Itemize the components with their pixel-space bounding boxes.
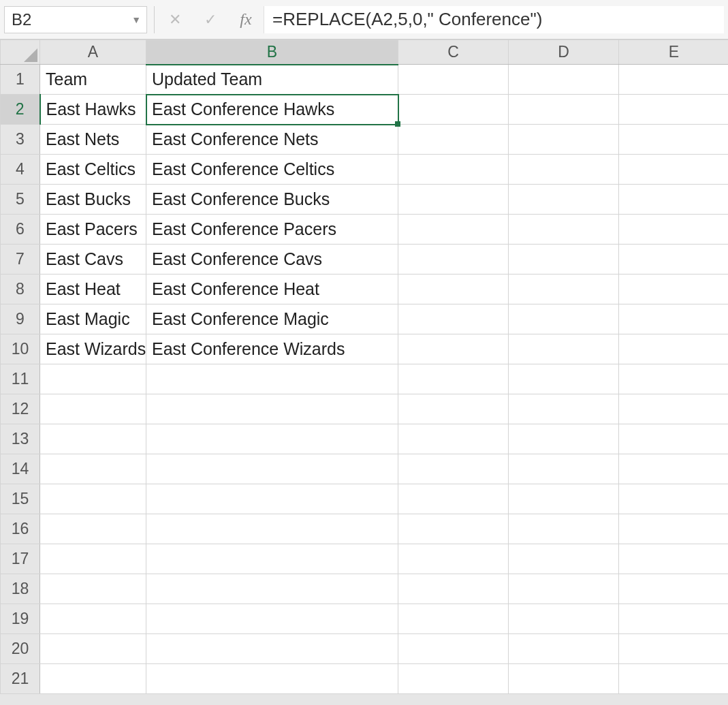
cell-C20[interactable] bbox=[398, 634, 509, 664]
cell-B15[interactable] bbox=[146, 484, 398, 514]
cell-B5[interactable]: East Conference Bucks bbox=[146, 185, 398, 215]
cell-A16[interactable] bbox=[40, 514, 146, 544]
col-header-B[interactable]: B bbox=[146, 40, 398, 65]
cell-D6[interactable] bbox=[509, 215, 619, 245]
cell-B11[interactable] bbox=[146, 364, 398, 394]
cell-A8[interactable]: East Heat bbox=[40, 275, 146, 304]
cell-C3[interactable] bbox=[398, 125, 509, 155]
row-header-7[interactable]: 7 bbox=[1, 245, 40, 275]
cell-D15[interactable] bbox=[509, 484, 619, 514]
row-header-20[interactable]: 20 bbox=[1, 634, 40, 664]
cell-D9[interactable] bbox=[509, 304, 619, 334]
cell-C16[interactable] bbox=[398, 514, 509, 544]
cell-E7[interactable] bbox=[619, 245, 729, 275]
cell-E5[interactable] bbox=[619, 185, 729, 215]
cell-C12[interactable] bbox=[398, 394, 509, 424]
cell-B7[interactable]: East Conference Cavs bbox=[146, 245, 398, 275]
cell-C21[interactable] bbox=[398, 664, 509, 694]
col-header-E[interactable]: E bbox=[619, 40, 729, 65]
cell-C18[interactable] bbox=[398, 574, 509, 604]
cell-B1[interactable]: Updated Team bbox=[146, 65, 398, 95]
cell-A15[interactable] bbox=[40, 484, 146, 514]
cell-A13[interactable] bbox=[40, 424, 146, 454]
cell-D5[interactable] bbox=[509, 185, 619, 215]
cell-E14[interactable] bbox=[619, 454, 729, 484]
row-header-21[interactable]: 21 bbox=[1, 664, 40, 694]
cell-D16[interactable] bbox=[509, 514, 619, 544]
cell-C5[interactable] bbox=[398, 185, 509, 215]
row-header-17[interactable]: 17 bbox=[1, 544, 40, 574]
cell-B21[interactable] bbox=[146, 664, 398, 694]
cell-E4[interactable] bbox=[619, 155, 729, 185]
row-header-6[interactable]: 6 bbox=[1, 215, 40, 245]
cell-B9[interactable]: East Conference Magic bbox=[146, 304, 398, 334]
cell-B13[interactable] bbox=[146, 424, 398, 454]
cell-C10[interactable] bbox=[398, 334, 509, 364]
cell-B12[interactable] bbox=[146, 394, 398, 424]
cell-B2[interactable]: East Conference Hawks bbox=[146, 95, 398, 125]
fx-icon[interactable]: fx bbox=[228, 6, 264, 33]
cell-B8[interactable]: East Conference Heat bbox=[146, 275, 398, 304]
cell-E2[interactable] bbox=[619, 95, 729, 125]
cell-A9[interactable]: East Magic bbox=[40, 304, 146, 334]
cell-E13[interactable] bbox=[619, 424, 729, 454]
cell-B4[interactable]: East Conference Celtics bbox=[146, 155, 398, 185]
formula-input[interactable]: =REPLACE(A2,5,0," Conference") bbox=[264, 6, 724, 33]
row-header-19[interactable]: 19 bbox=[1, 604, 40, 634]
cell-A18[interactable] bbox=[40, 574, 146, 604]
row-header-18[interactable]: 18 bbox=[1, 574, 40, 604]
cell-B19[interactable] bbox=[146, 604, 398, 634]
col-header-A[interactable]: A bbox=[40, 40, 146, 65]
cell-A3[interactable]: East Nets bbox=[40, 125, 146, 155]
row-header-12[interactable]: 12 bbox=[1, 394, 40, 424]
cell-C17[interactable] bbox=[398, 544, 509, 574]
cell-B14[interactable] bbox=[146, 454, 398, 484]
col-header-C[interactable]: C bbox=[398, 40, 509, 65]
cell-B3[interactable]: East Conference Nets bbox=[146, 125, 398, 155]
cell-D11[interactable] bbox=[509, 364, 619, 394]
cell-E11[interactable] bbox=[619, 364, 729, 394]
row-header-2[interactable]: 2 bbox=[1, 95, 40, 125]
row-header-3[interactable]: 3 bbox=[1, 125, 40, 155]
cell-A12[interactable] bbox=[40, 394, 146, 424]
enter-icon[interactable]: ✓ bbox=[193, 6, 228, 33]
cell-A17[interactable] bbox=[40, 544, 146, 574]
cell-A1[interactable]: Team bbox=[40, 65, 146, 95]
row-header-11[interactable]: 11 bbox=[1, 364, 40, 394]
row-header-13[interactable]: 13 bbox=[1, 424, 40, 454]
col-header-D[interactable]: D bbox=[509, 40, 619, 65]
cell-C2[interactable] bbox=[398, 95, 509, 125]
cell-E8[interactable] bbox=[619, 275, 729, 304]
cell-D2[interactable] bbox=[509, 95, 619, 125]
cell-C14[interactable] bbox=[398, 454, 509, 484]
cell-A5[interactable]: East Bucks bbox=[40, 185, 146, 215]
cell-A4[interactable]: East Celtics bbox=[40, 155, 146, 185]
cell-E15[interactable] bbox=[619, 484, 729, 514]
cell-C11[interactable] bbox=[398, 364, 509, 394]
select-all-corner[interactable] bbox=[1, 40, 40, 65]
cell-A11[interactable] bbox=[40, 364, 146, 394]
row-header-14[interactable]: 14 bbox=[1, 454, 40, 484]
cell-C19[interactable] bbox=[398, 604, 509, 634]
cell-B6[interactable]: East Conference Pacers bbox=[146, 215, 398, 245]
cell-A20[interactable] bbox=[40, 634, 146, 664]
cell-E21[interactable] bbox=[619, 664, 729, 694]
cancel-icon[interactable]: ✕ bbox=[157, 6, 193, 33]
cell-E17[interactable] bbox=[619, 544, 729, 574]
name-box[interactable]: B2 ▼ bbox=[4, 6, 147, 33]
cell-A2[interactable]: East Hawks bbox=[40, 95, 146, 125]
cell-C1[interactable] bbox=[398, 65, 509, 95]
cell-D20[interactable] bbox=[509, 634, 619, 664]
cell-E19[interactable] bbox=[619, 604, 729, 634]
cell-D4[interactable] bbox=[509, 155, 619, 185]
cell-B17[interactable] bbox=[146, 544, 398, 574]
cell-C4[interactable] bbox=[398, 155, 509, 185]
cell-E12[interactable] bbox=[619, 394, 729, 424]
cell-E9[interactable] bbox=[619, 304, 729, 334]
row-header-9[interactable]: 9 bbox=[1, 304, 40, 334]
cell-E10[interactable] bbox=[619, 334, 729, 364]
cell-D8[interactable] bbox=[509, 275, 619, 304]
cell-D12[interactable] bbox=[509, 394, 619, 424]
cell-E3[interactable] bbox=[619, 125, 729, 155]
cell-A6[interactable]: East Pacers bbox=[40, 215, 146, 245]
